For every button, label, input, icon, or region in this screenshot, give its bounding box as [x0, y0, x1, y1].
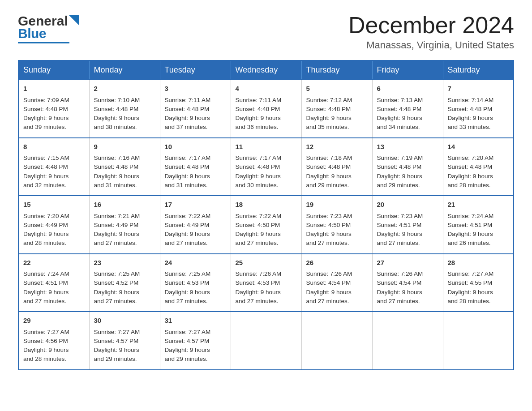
calendar-cell: 14Sunrise: 7:20 AMSunset: 4:48 PMDayligh… [443, 138, 514, 196]
calendar-cell: 20Sunrise: 7:23 AMSunset: 4:51 PMDayligh… [372, 196, 443, 254]
sunrise-label: Sunrise: 7:24 AM [448, 213, 494, 219]
sunset-label: Sunset: 4:48 PM [23, 163, 68, 170]
day-number: 12 [306, 142, 368, 152]
daylight-value: and 27 minutes. [306, 240, 349, 246]
sunset-label: Sunset: 4:54 PM [306, 279, 351, 286]
sunrise-label: Sunrise: 7:17 AM [165, 154, 211, 161]
sunrise-label: Sunrise: 7:26 AM [377, 270, 423, 277]
daylight-value: and 29 minutes. [306, 182, 349, 188]
daylight-value: and 33 minutes. [448, 124, 491, 130]
sunrise-label: Sunrise: 7:13 AM [377, 97, 423, 103]
col-header-friday: Friday [372, 60, 443, 80]
day-number: 15 [23, 200, 85, 210]
sunrise-label: Sunrise: 7:21 AM [94, 213, 140, 219]
calendar-cell [372, 312, 443, 370]
daylight-label: Daylight: 9 hours [94, 347, 139, 353]
daylight-label: Daylight: 9 hours [448, 173, 493, 180]
calendar-cell: 23Sunrise: 7:25 AMSunset: 4:52 PMDayligh… [89, 254, 160, 312]
day-number: 22 [23, 258, 85, 268]
col-header-thursday: Thursday [301, 60, 372, 80]
sunrise-label: Sunrise: 7:16 AM [94, 154, 140, 161]
calendar-cell: 4Sunrise: 7:11 AMSunset: 4:48 PMDaylight… [231, 80, 301, 138]
sunrise-label: Sunrise: 7:27 AM [23, 329, 69, 335]
col-header-wednesday: Wednesday [231, 60, 301, 80]
daylight-value: and 37 minutes. [165, 124, 208, 130]
calendar-header-row: SundayMondayTuesdayWednesdayThursdayFrid… [18, 60, 514, 80]
sunset-label: Sunset: 4:50 PM [306, 222, 351, 228]
daylight-value: and 27 minutes. [306, 298, 349, 304]
sunset-label: Sunset: 4:49 PM [94, 222, 139, 228]
calendar-cell: 28Sunrise: 7:27 AMSunset: 4:55 PMDayligh… [443, 254, 514, 312]
day-number: 18 [236, 200, 297, 210]
location-title: Manassas, Virginia, United States [348, 39, 514, 51]
sunset-label: Sunset: 4:51 PM [23, 279, 68, 286]
sunrise-label: Sunrise: 7:10 AM [94, 97, 140, 103]
calendar-cell [301, 312, 372, 370]
daylight-label: Daylight: 9 hours [23, 173, 69, 180]
daylight-value: and 31 minutes. [165, 182, 208, 188]
sunrise-label: Sunrise: 7:15 AM [23, 154, 69, 161]
calendar-cell: 7Sunrise: 7:14 AMSunset: 4:48 PMDaylight… [443, 80, 514, 138]
logo-text-blue: Blue [18, 26, 46, 41]
day-number: 8 [23, 142, 85, 152]
daylight-label: Daylight: 9 hours [236, 173, 281, 180]
daylight-value: and 32 minutes. [23, 182, 66, 188]
daylight-label: Daylight: 9 hours [377, 173, 422, 180]
daylight-value: and 29 minutes. [94, 355, 137, 362]
sunrise-label: Sunrise: 7:18 AM [306, 154, 352, 161]
daylight-value: and 28 minutes. [23, 240, 66, 246]
sunrise-label: Sunrise: 7:11 AM [165, 97, 211, 103]
calendar-cell: 16Sunrise: 7:21 AMSunset: 4:49 PMDayligh… [89, 196, 160, 254]
sunset-label: Sunset: 4:53 PM [165, 279, 210, 286]
daylight-label: Daylight: 9 hours [165, 347, 210, 353]
daylight-value: and 27 minutes. [94, 240, 137, 246]
calendar-cell: 30Sunrise: 7:27 AMSunset: 4:57 PMDayligh… [89, 312, 160, 370]
calendar-cell: 17Sunrise: 7:22 AMSunset: 4:49 PMDayligh… [160, 196, 231, 254]
day-number: 16 [94, 200, 155, 210]
sunrise-label: Sunrise: 7:27 AM [165, 329, 211, 335]
daylight-value: and 27 minutes. [23, 298, 66, 304]
sunset-label: Sunset: 4:48 PM [23, 106, 68, 112]
calendar-cell: 27Sunrise: 7:26 AMSunset: 4:54 PMDayligh… [372, 254, 443, 312]
daylight-value: and 38 minutes. [94, 124, 137, 130]
sunset-label: Sunset: 4:51 PM [377, 222, 422, 228]
daylight-value: and 28 minutes. [448, 298, 491, 304]
daylight-value: and 28 minutes. [23, 355, 66, 362]
calendar-week-row: 22Sunrise: 7:24 AMSunset: 4:51 PMDayligh… [18, 254, 514, 312]
daylight-label: Daylight: 9 hours [306, 289, 352, 295]
daylight-label: Daylight: 9 hours [165, 289, 210, 295]
daylight-value: and 31 minutes. [94, 182, 137, 188]
calendar-cell: 22Sunrise: 7:24 AMSunset: 4:51 PMDayligh… [18, 254, 89, 312]
day-number: 25 [236, 258, 297, 268]
day-number: 31 [165, 316, 226, 326]
sunset-label: Sunset: 4:54 PM [377, 279, 422, 286]
day-number: 9 [94, 142, 155, 152]
calendar-cell [443, 312, 514, 370]
page-header: General Blue December 2024 Manassas, Vir… [18, 13, 514, 51]
sunrise-label: Sunrise: 7:20 AM [23, 213, 69, 219]
sunset-label: Sunset: 4:48 PM [448, 163, 493, 170]
day-number: 11 [236, 142, 297, 152]
daylight-label: Daylight: 9 hours [23, 231, 69, 237]
sunrise-label: Sunrise: 7:09 AM [23, 97, 69, 103]
daylight-label: Daylight: 9 hours [94, 289, 139, 295]
calendar-cell: 9Sunrise: 7:16 AMSunset: 4:48 PMDaylight… [89, 138, 160, 196]
day-number: 2 [94, 84, 155, 94]
sunset-label: Sunset: 4:56 PM [23, 338, 68, 344]
day-number: 6 [377, 84, 438, 94]
sunset-label: Sunset: 4:53 PM [236, 279, 280, 286]
sunrise-label: Sunrise: 7:27 AM [94, 329, 140, 335]
day-number: 1 [23, 84, 85, 94]
sunset-label: Sunset: 4:48 PM [448, 106, 493, 112]
daylight-value: and 27 minutes. [236, 298, 279, 304]
daylight-value: and 27 minutes. [377, 298, 420, 304]
daylight-value: and 27 minutes. [94, 298, 137, 304]
calendar-cell: 26Sunrise: 7:26 AMSunset: 4:54 PMDayligh… [301, 254, 372, 312]
daylight-value: and 26 minutes. [448, 240, 491, 246]
sunrise-label: Sunrise: 7:23 AM [377, 213, 423, 219]
calendar-cell: 8Sunrise: 7:15 AMSunset: 4:48 PMDaylight… [18, 138, 89, 196]
day-number: 29 [23, 316, 85, 326]
daylight-label: Daylight: 9 hours [306, 173, 352, 180]
sunrise-label: Sunrise: 7:17 AM [236, 154, 282, 161]
calendar-cell: 10Sunrise: 7:17 AMSunset: 4:48 PMDayligh… [160, 138, 231, 196]
